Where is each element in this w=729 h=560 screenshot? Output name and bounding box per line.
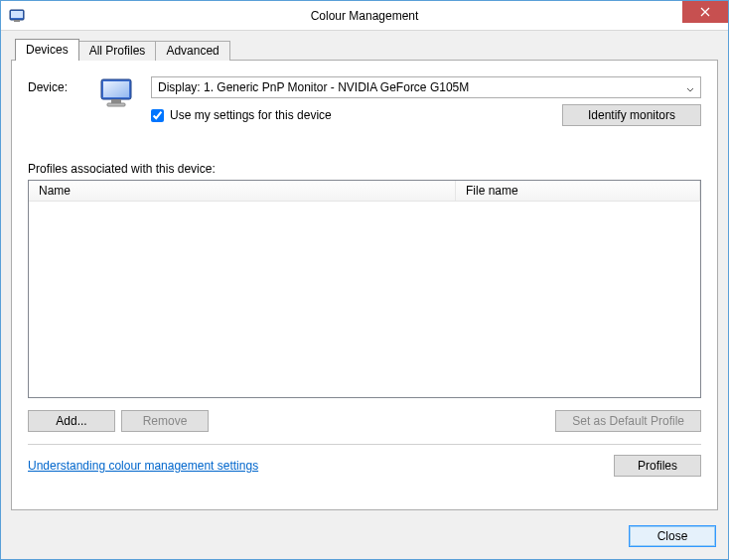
close-icon [700,7,710,17]
profiles-listview[interactable]: Name File name [28,180,701,398]
svg-rect-2 [14,20,20,22]
identify-monitors-button[interactable]: Identify monitors [562,104,701,126]
profiles-button[interactable]: Profiles [614,455,701,477]
svg-rect-7 [111,99,121,103]
close-button[interactable]: Close [629,525,716,547]
set-default-profile-button: Set as Default Profile [555,410,701,432]
tab-advanced[interactable]: Advanced [155,41,229,61]
use-my-settings-checkbox[interactable]: Use my settings for this device [151,108,332,122]
tab-page-devices: Device: [11,60,718,510]
window-title: Colour Management [1,9,728,23]
svg-rect-1 [11,11,23,18]
title-bar: Colour Management [1,1,728,31]
understanding-link[interactable]: Understanding colour management settings [28,459,258,473]
bottom-row: Understanding colour management settings… [28,455,701,477]
use-my-settings-label: Use my settings for this device [170,108,332,122]
tab-strip: Devices All Profiles Advanced [11,41,718,61]
profile-button-row: Add... Remove Set as Default Profile [28,410,701,432]
monitor-icon [97,76,137,110]
tab-all-profiles[interactable]: All Profiles [78,41,157,61]
device-dropdown-value: Display: 1. Generic PnP Monitor - NVIDIA… [158,80,469,94]
app-icon [9,8,25,24]
device-label: Device: [28,76,87,94]
separator [28,444,701,445]
use-my-settings-input[interactable] [151,109,164,122]
under-combo-row: Use my settings for this device Identify… [151,104,701,126]
tab-area: Devices All Profiles Advanced Device: [11,41,718,511]
chevron-down-icon [686,83,694,97]
svg-rect-6 [103,81,129,97]
profiles-list-body [29,202,700,397]
footer: Close [1,517,728,559]
close-window-button[interactable] [682,1,728,23]
remove-button: Remove [121,410,209,432]
tab-devices[interactable]: Devices [15,39,79,61]
device-dropdown[interactable]: Display: 1. Generic PnP Monitor - NVIDIA… [151,76,701,98]
device-right: Display: 1. Generic PnP Monitor - NVIDIA… [151,76,701,126]
add-button[interactable]: Add... [28,410,115,432]
profiles-heading: Profiles associated with this device: [28,162,701,176]
profiles-list-header: Name File name [29,181,700,202]
column-header-name[interactable]: Name [29,181,456,201]
device-row: Device: [28,76,701,126]
svg-rect-8 [107,103,125,106]
column-header-file[interactable]: File name [456,181,700,201]
client-area: Devices All Profiles Advanced Device: [1,31,728,559]
